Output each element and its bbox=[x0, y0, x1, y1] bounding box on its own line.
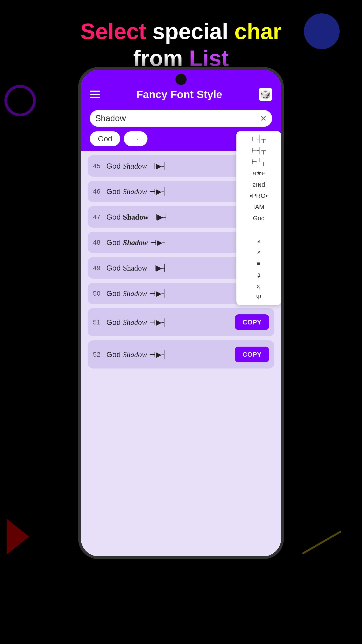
phone-frame: Fancy Font Style 🎲 Shadow ✕ God → ⊢┤┬ ⊢┤… bbox=[78, 67, 284, 559]
font-row-51: 51 God Shadow ⊣▶┤ COPY bbox=[88, 308, 274, 336]
font-row-52: 52 God Shadow ⊣▶┤ COPY bbox=[88, 340, 274, 368]
chip-god[interactable]: God bbox=[90, 131, 120, 146]
char-item-10[interactable]: × bbox=[257, 247, 261, 257]
menu-button[interactable] bbox=[90, 90, 100, 98]
font-preview-51: God Shadow ⊣▶┤ bbox=[106, 318, 235, 327]
char-item-8[interactable]: ﾠ bbox=[257, 224, 260, 234]
char-item-11[interactable]: ≡ bbox=[257, 258, 261, 268]
app-title: Fancy Font Style bbox=[136, 88, 222, 100]
select-word: Select bbox=[80, 19, 146, 44]
search-bar-container: Shadow ✕ bbox=[81, 108, 281, 131]
row-num-50: 50 bbox=[93, 290, 106, 297]
row-num-51: 51 bbox=[93, 318, 106, 326]
row-num-46: 46 bbox=[93, 188, 106, 195]
copy-button-51[interactable]: COPY bbox=[235, 314, 269, 330]
special-chars-panel: ⊢┤┬ ⊢┤┬ ⊢┴┬ ᵾ★ᵾ ꙅıɴd •PRO• IAM God ﾠ ꙅ ×… bbox=[236, 131, 281, 305]
char-item-6[interactable]: IAM bbox=[253, 202, 264, 212]
chip-arrow[interactable]: → bbox=[124, 131, 147, 146]
char-item-1[interactable]: ⊢┤┬ bbox=[252, 145, 266, 156]
char-item-14[interactable]: Ψ bbox=[256, 292, 261, 302]
copy-button-52[interactable]: COPY bbox=[235, 346, 269, 362]
clear-search-button[interactable]: ✕ bbox=[260, 114, 267, 123]
random-button[interactable]: 🎲 bbox=[259, 88, 272, 101]
row-num-48: 48 bbox=[93, 238, 106, 246]
char-item-2[interactable]: ⊢┴┬ bbox=[252, 157, 266, 167]
row-num-49: 49 bbox=[93, 264, 106, 272]
bg-arrow bbox=[7, 519, 29, 554]
hamburger-line-2 bbox=[90, 94, 100, 95]
search-input-wrapper: Shadow ✕ bbox=[90, 110, 272, 127]
row-num-52: 52 bbox=[93, 350, 106, 358]
special-word: special bbox=[146, 19, 234, 44]
char-item-12[interactable]: ҙ bbox=[257, 270, 261, 280]
row-num-45: 45 bbox=[93, 162, 106, 170]
bg-circle-purple bbox=[4, 85, 36, 116]
hamburger-line-3 bbox=[90, 97, 100, 98]
char-word: char bbox=[234, 19, 282, 44]
search-value: Shadow bbox=[95, 114, 126, 123]
char-item-13[interactable]: ᶓ bbox=[257, 281, 261, 291]
bg-line bbox=[302, 531, 342, 554]
char-item-9[interactable]: ꙅ bbox=[257, 236, 261, 246]
phone-screen: Fancy Font Style 🎲 Shadow ✕ God → ⊢┤┬ ⊢┤… bbox=[81, 70, 281, 556]
char-item-5[interactable]: •PRO• bbox=[250, 191, 268, 201]
char-item-4[interactable]: ꙅıɴd bbox=[253, 180, 265, 190]
hamburger-line-1 bbox=[90, 90, 100, 92]
char-item-7[interactable]: God bbox=[253, 213, 265, 223]
phone-notch bbox=[175, 74, 187, 85]
char-item-3[interactable]: ᵾ★ᵾ bbox=[253, 168, 265, 178]
font-preview-52: God Shadow ⊣▶┤ bbox=[106, 350, 235, 359]
chips-area: God → ⊢┤┬ ⊢┤┬ ⊢┴┬ ᵾ★ᵾ ꙅıɴd •PRO• IAM God… bbox=[81, 131, 281, 151]
header-title: Select special char from List bbox=[0, 18, 362, 72]
row-num-47: 47 bbox=[93, 213, 106, 221]
char-item-0[interactable]: ⊢┤┬ bbox=[252, 134, 266, 144]
